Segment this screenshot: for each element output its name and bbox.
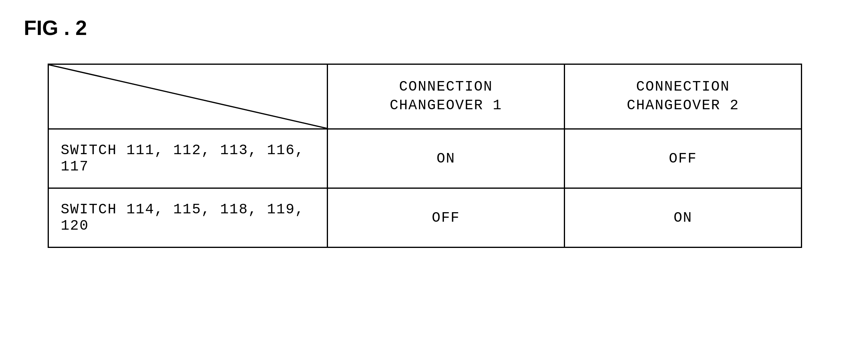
row1-col2-text: OFF: [669, 151, 697, 167]
col2-line2: CHANGEOVER 2: [627, 97, 739, 114]
svg-line-0: [49, 65, 327, 128]
row1-label-text: SWITCH 111, 112, 113, 116, 117: [61, 142, 305, 175]
table-row: SWITCH 111, 112, 113, 116, 117 ON OFF: [48, 129, 802, 188]
row2-label-text: SWITCH 114, 115, 118, 119, 120: [61, 201, 305, 234]
row1-col2-value: OFF: [565, 129, 802, 188]
col2-header: CONNECTION CHANGEOVER 2: [565, 64, 802, 129]
diagonal-cell: [49, 65, 327, 128]
col1-line1: CONNECTION: [399, 79, 493, 95]
col1-header: CONNECTION CHANGEOVER 1: [328, 64, 565, 129]
col2-line1: CONNECTION: [636, 79, 730, 95]
diagonal-line-svg: [49, 65, 327, 128]
table-row: SWITCH 114, 115, 118, 119, 120 OFF ON: [48, 188, 802, 248]
table-wrapper: CONNECTION CHANGEOVER 1 CONNECTION CHANG…: [48, 64, 844, 248]
col1-line2: CHANGEOVER 1: [390, 97, 502, 114]
row2-label: SWITCH 114, 115, 118, 119, 120: [48, 188, 328, 248]
header-row: CONNECTION CHANGEOVER 1 CONNECTION CHANG…: [48, 64, 802, 129]
table-body: SWITCH 111, 112, 113, 116, 117 ON OFF SW…: [48, 129, 802, 248]
diagonal-header-cell: [48, 64, 328, 129]
row2-col2-value: ON: [565, 188, 802, 248]
page-container: FIG . 2 CONNECTION CHANGEOVER 1: [0, 0, 868, 356]
row1-col1-text: ON: [436, 151, 455, 167]
row2-col2-text: ON: [673, 210, 692, 226]
data-table: CONNECTION CHANGEOVER 1 CONNECTION CHANG…: [48, 64, 802, 248]
row1-label: SWITCH 111, 112, 113, 116, 117: [48, 129, 328, 188]
figure-title: FIG . 2: [24, 16, 844, 40]
row2-col1-value: OFF: [328, 188, 565, 248]
row1-col1-value: ON: [328, 129, 565, 188]
row2-col1-text: OFF: [432, 210, 460, 226]
